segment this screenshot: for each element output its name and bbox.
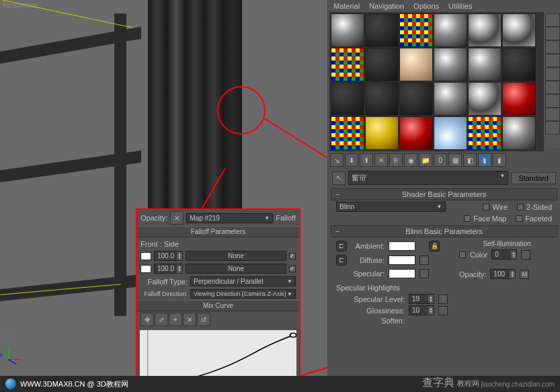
sample-type-icon[interactable] (545, 13, 560, 27)
shader-dropdown[interactable]: Blinn ▼ (336, 202, 446, 212)
specular-highlights-label: Specular Highlights (336, 284, 400, 292)
diffuse-lock-icon[interactable]: ⊏ (336, 255, 347, 266)
sample-slot[interactable] (399, 48, 433, 81)
sample-slot[interactable] (399, 82, 433, 116)
viewport-label: Perspective (3, 1, 38, 9)
uv-tile-icon[interactable] (545, 54, 560, 67)
select-by-mat-icon[interactable] (545, 108, 560, 121)
opacity-spinner[interactable]: 100 ▲▼ (490, 269, 516, 279)
falloff-params-header[interactable]: Falloff Parameters (137, 226, 299, 237)
falloff-direction-dropdown[interactable]: Viewing Direction (Camera Z-Axis) ▼ (190, 289, 296, 299)
diffuse-map-button[interactable] (419, 256, 429, 265)
sample-slot[interactable] (365, 82, 399, 116)
sample-slot[interactable] (502, 116, 536, 150)
pick-icon[interactable]: ✕ (170, 211, 184, 225)
map-1-enable-checkbox[interactable] (289, 253, 296, 260)
rollout-header[interactable]: − Shader Basic Parameters (331, 188, 557, 200)
diffuse-color[interactable] (389, 256, 415, 265)
pick-material-icon[interactable]: ↖ (332, 171, 346, 185)
self-illum-color-checkbox[interactable] (459, 251, 466, 258)
backlight-icon[interactable] (545, 27, 560, 40)
ambient-color[interactable] (389, 241, 415, 251)
sample-slot[interactable] (434, 13, 467, 47)
curve-move-icon[interactable]: ✥ (141, 313, 154, 326)
material-name-field[interactable]: 窗帘 ▼ (348, 171, 508, 185)
ambient-diffuse-lock-icon[interactable]: 🔒 (429, 241, 440, 251)
assign-icon[interactable]: ⬆ (360, 153, 373, 167)
ambient-lock-icon[interactable]: ⊏ (336, 241, 347, 251)
menu-utilities[interactable]: Utilities (448, 2, 472, 10)
specular-level-label: Specular Level: (344, 295, 405, 303)
reset-icon[interactable]: ✕ (374, 153, 388, 167)
copy-icon[interactable]: ⎘ (389, 153, 403, 167)
sample-slot[interactable] (468, 13, 502, 47)
two-sided-checkbox[interactable] (517, 204, 524, 210)
menu-navigation[interactable]: Navigation (369, 2, 404, 10)
sample-slot[interactable] (365, 116, 399, 150)
menu-bar: Material Navigation Options Utilities (328, 0, 560, 12)
curve-scale-icon[interactable]: ⤢ (155, 313, 168, 326)
sample-slot[interactable] (365, 48, 399, 81)
video-check-icon[interactable] (545, 67, 560, 81)
sample-slot[interactable] (331, 82, 364, 116)
sample-slot[interactable] (331, 48, 364, 81)
sample-slot[interactable] (468, 48, 502, 81)
mix-curve-header[interactable]: Mix Curve (137, 300, 299, 311)
sample-slot[interactable] (331, 13, 364, 47)
material-type-button[interactable]: Standard (511, 172, 556, 184)
put-library-icon[interactable]: 📁 (419, 153, 432, 167)
get-material-icon[interactable]: ↘ (330, 153, 344, 167)
color-label: Color (470, 251, 487, 259)
menu-material[interactable]: Material (333, 2, 360, 10)
sample-slot[interactable] (399, 13, 433, 47)
curve-delete-icon[interactable]: ✕ (183, 313, 196, 326)
sample-slot[interactable] (468, 116, 502, 150)
sample-slot[interactable] (502, 82, 536, 116)
map-name-dropdown[interactable]: Map #219 ▼ (186, 213, 273, 223)
slot-count-icon[interactable] (545, 121, 560, 134)
curve-add-icon[interactable]: + (169, 313, 182, 326)
show-map-icon[interactable]: ▦ (448, 153, 462, 167)
specular-color[interactable] (389, 269, 415, 278)
rollout-header[interactable]: − Blinn Basic Parameters (331, 225, 557, 237)
color-swatch-2[interactable] (141, 265, 151, 273)
sample-slot[interactable] (434, 48, 467, 81)
options-icon[interactable] (545, 94, 560, 108)
map-2-enable-checkbox[interactable] (289, 266, 296, 272)
sample-slot[interactable] (502, 13, 536, 47)
face-map-checkbox[interactable] (464, 215, 471, 222)
spec-level-map-button[interactable] (438, 295, 448, 304)
sample-slot[interactable] (434, 82, 467, 116)
curve-reset-icon[interactable]: ↺ (197, 313, 210, 326)
wire-checkbox[interactable] (483, 204, 489, 210)
value-2-spinner[interactable]: 100.0 ▲▼ (154, 264, 183, 274)
sample-slot[interactable] (468, 82, 502, 116)
put-to-scene-icon[interactable]: ⬇ (345, 153, 358, 167)
map-2-button[interactable]: None (186, 264, 286, 274)
effects-icon[interactable]: 0 (434, 153, 447, 167)
faceted-checkbox[interactable] (516, 215, 522, 222)
preview-icon[interactable] (545, 81, 560, 94)
self-illum-map-button[interactable] (521, 250, 530, 260)
show-result-icon[interactable]: ◧ (463, 153, 477, 167)
glossiness-map-button[interactable] (438, 306, 448, 315)
specular-level-spinner[interactable]: 19 ▲▼ (409, 294, 434, 304)
opacity-map-button[interactable]: M (520, 270, 529, 279)
make-unique-icon[interactable]: ◉ (404, 153, 417, 167)
self-illum-spinner[interactable]: 0 ▲▼ (491, 249, 517, 260)
sample-slot[interactable] (331, 116, 364, 150)
falloff-type-dropdown[interactable]: Perpendicular / Parallel ▼ (190, 276, 296, 286)
sample-slot[interactable] (434, 116, 467, 150)
background-icon[interactable] (545, 40, 560, 54)
color-swatch-1[interactable] (141, 252, 151, 260)
go-sibling-icon[interactable]: ▮ (493, 153, 506, 167)
sample-slot[interactable] (365, 13, 399, 47)
sample-slot[interactable] (399, 116, 433, 150)
specular-map-button[interactable] (419, 269, 429, 278)
value-1-spinner[interactable]: 100.0 ▲▼ (154, 251, 183, 261)
menu-options[interactable]: Options (413, 2, 439, 10)
map-1-button[interactable]: None (186, 251, 286, 261)
sample-slot[interactable] (502, 48, 536, 81)
go-parent-icon[interactable]: ▮ (478, 153, 491, 167)
glossiness-spinner[interactable]: 10 ▲▼ (409, 305, 434, 315)
